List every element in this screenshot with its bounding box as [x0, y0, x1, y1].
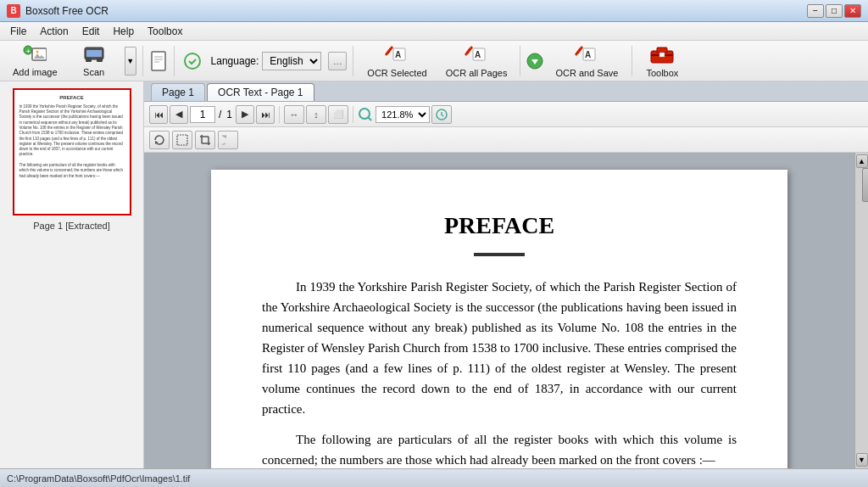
svg-text:A: A	[395, 50, 401, 59]
scan-button[interactable]: Scan	[69, 41, 120, 81]
svg-rect-8	[97, 58, 103, 62]
ocr-save-text-icon: A	[573, 44, 600, 68]
menu-edit[interactable]: Edit	[75, 24, 107, 39]
ocr-save-label: OCR and Save	[555, 68, 618, 78]
window-title: Boxsoft Free OCR	[25, 5, 805, 17]
close-button[interactable]: ✕	[844, 4, 861, 18]
page-number-input[interactable]: 1	[190, 106, 215, 123]
add-image-icon: +	[23, 45, 47, 67]
main-area: PREFACE In 1939 the Yorkshire Parish Reg…	[0, 81, 868, 468]
refresh-doc-button[interactable]	[149, 131, 170, 149]
last-page-button[interactable]: ⏭	[256, 105, 275, 124]
ocr-selected-button[interactable]: A OCR Selected	[359, 40, 434, 82]
zoom-controls: 121.8%	[358, 106, 430, 123]
sidebar: PREFACE In 1939 the Yorkshire Parish Reg…	[0, 81, 144, 468]
refresh-check-button[interactable]	[181, 53, 204, 70]
document-page: PREFACE In 1939 the Yorkshire Parish Reg…	[211, 170, 787, 468]
document-area: Page 1 OCR Text - Page 1 ⏮ ◀ 1 / 1 ▶ ⏭ ↔…	[144, 81, 868, 468]
zoom-dropdown[interactable]: 121.8%	[376, 106, 430, 123]
status-bar: C:\ProgramData\Boxsoft\PdfOcr\Images\1.t…	[0, 468, 868, 487]
restore-button[interactable]: □	[826, 4, 843, 18]
language-label: Language:	[211, 55, 259, 67]
pagination-toolbar: ⏮ ◀ 1 / 1 ▶ ⏭ ↔ ↕ ⬜ 121.8%	[144, 102, 868, 127]
scan-label: Scan	[83, 67, 104, 77]
svg-rect-23	[657, 48, 667, 53]
menu-action[interactable]: Action	[33, 24, 75, 39]
page-content-scroll[interactable]: PREFACE In 1939 the Yorkshire Parish Reg…	[144, 153, 854, 468]
fit-page-button[interactable]: ⬜	[328, 105, 348, 124]
scan-icon	[82, 45, 106, 67]
tab-page1[interactable]: Page 1	[151, 83, 205, 101]
svg-text:+: +	[26, 48, 31, 55]
ocr-selected-icon: A	[383, 44, 410, 68]
zoom-icon	[358, 107, 373, 122]
tabs-bar: Page 1 OCR Text - Page 1	[144, 81, 868, 102]
add-image-label: Add image	[13, 67, 58, 77]
ocr-all-icon: A	[463, 44, 490, 68]
toolbox-icon	[650, 44, 674, 68]
fit-height-button[interactable]: ↕	[306, 105, 326, 124]
minimize-button[interactable]: −	[807, 4, 824, 18]
zoom-refresh-button[interactable]	[431, 105, 452, 124]
svg-point-13	[185, 53, 200, 69]
ornament-divider	[474, 253, 525, 256]
scan-dropdown[interactable]: ▼	[125, 47, 136, 76]
ocr-save-button[interactable]: A OCR and Save	[548, 40, 626, 82]
toolbox-label: Toolbox	[646, 68, 678, 78]
svg-rect-9	[152, 52, 165, 70]
tab-ocr-text[interactable]: OCR Text - Page 1	[207, 83, 314, 101]
app-icon: B	[7, 4, 20, 18]
svg-point-4	[36, 50, 39, 53]
menu-file[interactable]: File	[3, 24, 33, 39]
edit-toolbar	[144, 127, 868, 153]
svg-rect-6	[86, 50, 102, 57]
first-page-button[interactable]: ⏮	[149, 105, 168, 124]
options-button[interactable]: …	[328, 52, 347, 70]
undo-button[interactable]	[218, 131, 238, 149]
main-toolbar: + Add image Scan ▼	[0, 41, 868, 81]
content-area: PREFACE In 1939 the Yorkshire Parish Reg…	[144, 153, 868, 468]
page-separator: /	[217, 109, 223, 120]
menu-bar: File Action Edit Help Toolbox	[0, 22, 868, 41]
page-thumbnail[interactable]: PREFACE In 1939 the Yorkshire Parish Reg…	[13, 88, 131, 216]
toolbox-button[interactable]: Toolbox	[638, 40, 686, 82]
svg-text:A: A	[475, 50, 481, 59]
language-selector[interactable]: Language: English	[208, 50, 326, 72]
ocr-all-label: OCR all Pages	[446, 68, 508, 78]
select-region-button[interactable]	[172, 131, 192, 149]
next-page-button[interactable]: ▶	[236, 105, 254, 124]
ocr-save-icon-area	[526, 46, 544, 76]
title-bar: B Boxsoft Free OCR − □ ✕	[0, 0, 868, 22]
crop-button[interactable]	[195, 131, 215, 149]
thumbnail-preview: PREFACE In 1939 the Yorkshire Parish Reg…	[14, 90, 130, 214]
svg-rect-25	[659, 53, 665, 57]
ocr-all-button[interactable]: A OCR all Pages	[438, 40, 515, 82]
total-pages: 1	[225, 109, 234, 120]
menu-help[interactable]: Help	[106, 24, 141, 39]
menu-toolbox[interactable]: Toolbox	[141, 24, 189, 39]
svg-rect-30	[177, 135, 187, 145]
prev-page-button[interactable]: ◀	[170, 105, 188, 124]
page-heading: PREFACE	[262, 212, 737, 239]
svg-rect-7	[86, 58, 92, 62]
svg-text:A: A	[585, 50, 591, 59]
add-image-button[interactable]: + Add image	[5, 41, 65, 81]
status-path: C:\ProgramData\Boxsoft\PdfOcr\Images\1.t…	[7, 473, 190, 484]
paragraph-1: In 1939 the Yorkshire Parish Register So…	[262, 277, 737, 419]
page-view-button[interactable]	[149, 46, 168, 76]
language-dropdown[interactable]: English	[262, 52, 321, 70]
ocr-selected-label: OCR Selected	[367, 68, 426, 78]
page-thumb-label: Page 1 [Extracted]	[33, 221, 110, 231]
svg-line-27	[368, 117, 371, 120]
expand-button[interactable]: ↔	[284, 105, 304, 124]
paragraph-2: The following are particulars of all the…	[262, 429, 737, 468]
vertical-scrollbar[interactable]: ▲ ▼	[854, 153, 868, 468]
